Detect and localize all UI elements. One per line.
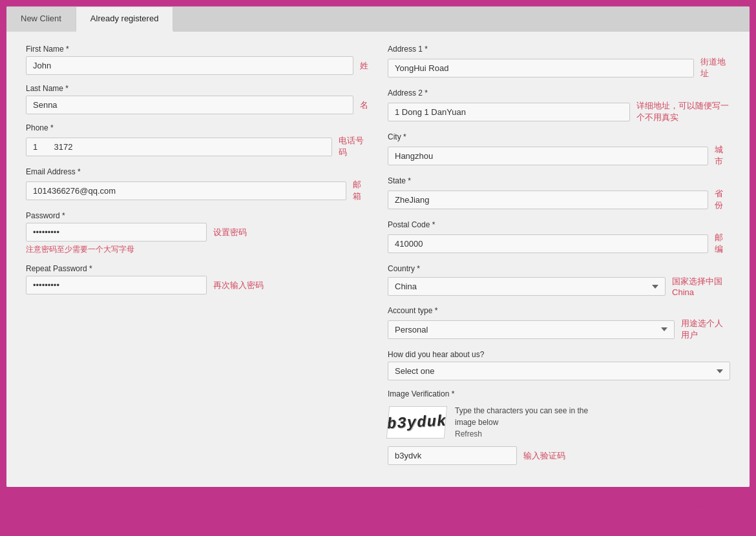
tab-already-registered[interactable]: Already registered: [76, 7, 174, 32]
city-annotation: 城市: [715, 144, 730, 167]
captcha-input-annotation: 输入验证码: [523, 450, 565, 462]
password-note: 注意密码至少需要一个大写字母: [26, 244, 368, 255]
left-column: First Name * 姓 Last Name * 名 P: [26, 45, 368, 474]
last-name-group: Last Name * 名: [26, 84, 368, 114]
account-type-group: Account type * Personal Business 用途选个人用户: [388, 306, 730, 341]
address1-input[interactable]: [388, 59, 694, 77]
tab-new-client[interactable]: New Client: [6, 7, 76, 32]
state-group: State * 省份: [388, 176, 730, 211]
postal-code-input[interactable]: [388, 234, 708, 253]
phone-label: Phone *: [26, 123, 368, 132]
address2-annotation: 详细地址，可以随便写一个不用真实: [636, 100, 730, 123]
postal-code-label: Postal Code *: [388, 220, 730, 229]
first-name-label: First Name *: [26, 45, 368, 54]
email-label: Email Address *: [26, 167, 368, 176]
country-select[interactable]: China: [388, 277, 666, 296]
email-annotation: 邮箱: [353, 179, 368, 202]
phone-annotation: 电话号码: [339, 135, 368, 158]
country-annotation: 国家选择中国China: [672, 276, 730, 297]
repeat-password-annotation: 再次输入密码: [213, 280, 264, 291]
repeat-password-input[interactable]: [26, 276, 207, 294]
state-input[interactable]: [388, 191, 708, 209]
first-name-group: First Name * 姓: [26, 45, 368, 75]
password-annotation: 设置密码: [213, 227, 247, 238]
city-label: City *: [388, 132, 730, 141]
form-row: First Name * 姓 Last Name * 名 P: [26, 45, 730, 474]
last-name-label: Last Name *: [26, 84, 368, 93]
city-group: City * 城市: [388, 132, 730, 167]
account-type-select[interactable]: Personal Business: [388, 320, 675, 339]
email-input[interactable]: [26, 181, 346, 200]
image-verification-label: Image Verification *: [388, 389, 730, 398]
captcha-image: b3yduk: [386, 406, 447, 438]
address2-group: Address 2 * 详细地址，可以随便写一个不用真实: [388, 88, 730, 123]
address1-label: Address 1 *: [388, 45, 730, 54]
last-name-input[interactable]: [26, 96, 353, 114]
repeat-password-group: Repeat Password * 再次输入密码: [26, 264, 368, 294]
country-group: Country * China 国家选择中国China: [388, 264, 730, 297]
city-input[interactable]: [388, 147, 708, 165]
address1-annotation: 街道地址: [700, 56, 730, 79]
password-label: Password *: [26, 211, 368, 220]
postal-code-group: Postal Code * 邮编: [388, 220, 730, 255]
address2-input[interactable]: [388, 103, 630, 121]
first-name-input[interactable]: [26, 56, 353, 75]
right-column: Address 1 * 街道地址 Address 2 * 详细地址，可以随便写一…: [388, 45, 730, 474]
account-type-label: Account type *: [388, 306, 730, 315]
address1-group: Address 1 * 街道地址: [388, 45, 730, 79]
captcha-info-line1: Type the characters you can see in the: [455, 405, 588, 417]
account-type-annotation: 用途选个人用户: [681, 318, 730, 341]
address2-label: Address 2 *: [388, 88, 730, 98]
tabs-bar: New Client Already registered: [6, 6, 750, 32]
how-did-you-hear-group: How did you hear about us? Select one: [388, 350, 730, 380]
captcha-refresh-link[interactable]: Refresh: [455, 429, 482, 438]
postal-code-annotation: 邮编: [715, 232, 730, 255]
email-group: Email Address * 邮箱: [26, 167, 368, 202]
captcha-row: b3yduk Type the characters you can see i…: [388, 405, 730, 440]
how-did-you-hear-select[interactable]: Select one: [388, 362, 730, 380]
captcha-input[interactable]: [388, 446, 517, 465]
captcha-info-line2: image below: [455, 417, 588, 428]
captcha-info: Type the characters you can see in the i…: [455, 405, 588, 440]
repeat-password-label: Repeat Password *: [26, 264, 368, 273]
watermark: VPS那些事: [666, 504, 737, 523]
phone-input[interactable]: [26, 138, 332, 156]
last-name-annotation: 名: [360, 99, 368, 111]
first-name-annotation: 姓: [360, 60, 368, 72]
state-annotation: 省份: [715, 188, 730, 211]
image-verification-group: Image Verification * b3yduk Type the cha…: [388, 389, 730, 465]
form-area: First Name * 姓 Last Name * 名 P: [6, 32, 750, 487]
how-did-you-hear-label: How did you hear about us?: [388, 350, 730, 359]
country-label: Country *: [388, 264, 730, 273]
phone-group: Phone * 电话号码: [26, 123, 368, 158]
main-container: New Client Already registered First Name…: [6, 6, 750, 487]
captcha-display-text: b3yduk: [386, 412, 447, 433]
state-label: State *: [388, 176, 730, 185]
password-group: Password * 设置密码 注意密码至少需要一个大写字母: [26, 211, 368, 255]
password-input[interactable]: [26, 223, 207, 242]
